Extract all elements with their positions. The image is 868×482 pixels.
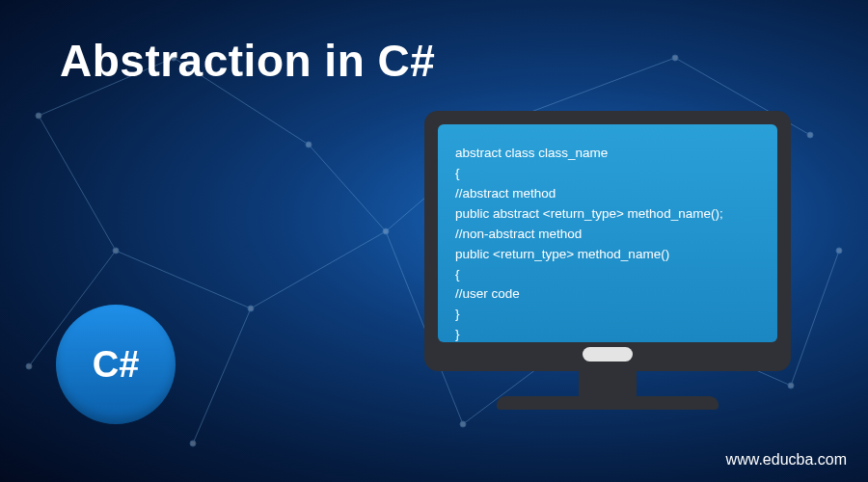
svg-line-3 (116, 251, 251, 308)
code-line: //non-abstract method (455, 225, 760, 245)
code-line: } (455, 325, 760, 345)
svg-point-30 (26, 363, 32, 369)
monitor-frame: abstract class class_name { //abstract m… (424, 111, 791, 371)
code-line: public <return_type> method_name() (455, 245, 760, 265)
svg-point-29 (836, 248, 842, 254)
code-line: public abstract <return_type> method_nam… (455, 204, 760, 225)
svg-point-18 (306, 142, 312, 147)
code-line: { (455, 265, 760, 285)
svg-point-21 (383, 228, 389, 234)
svg-line-5 (309, 145, 386, 231)
monitor-stand-base (497, 396, 719, 410)
code-line: } (455, 305, 760, 325)
code-line: abstract class class_name (455, 144, 760, 164)
svg-point-16 (36, 113, 41, 119)
svg-point-27 (460, 421, 466, 427)
monitor-power-button-icon (583, 347, 633, 362)
code-line: //user code (455, 284, 760, 305)
svg-point-20 (248, 306, 254, 311)
svg-line-13 (791, 251, 839, 386)
svg-line-12 (193, 308, 251, 443)
svg-point-28 (190, 441, 196, 446)
monitor-stand-neck (579, 371, 637, 396)
svg-point-23 (672, 55, 678, 61)
language-badge-label: C# (93, 344, 140, 386)
language-badge: C# (56, 305, 176, 424)
code-line: //abstract method (455, 184, 760, 204)
svg-line-2 (39, 116, 116, 251)
svg-line-7 (521, 58, 675, 116)
code-line: { (455, 164, 760, 184)
page-title: Abstraction in C# (60, 35, 435, 87)
code-screen: abstract class class_name { //abstract m… (438, 124, 777, 342)
svg-point-24 (807, 132, 813, 138)
svg-point-19 (113, 248, 119, 254)
monitor-illustration: abstract class class_name { //abstract m… (424, 111, 791, 410)
svg-line-4 (251, 231, 386, 308)
watermark-text: www.educba.com (726, 451, 847, 469)
